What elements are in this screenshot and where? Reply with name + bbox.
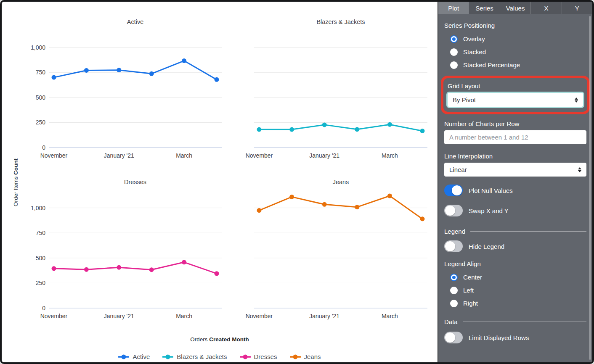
radio-unselected-icon[interactable] [450, 48, 458, 56]
radio-legend-align-center[interactable]: Center [444, 271, 586, 284]
series-positioning-label: Series Positioning [444, 22, 586, 29]
radio-label: Left [463, 287, 474, 294]
x-tick-label: January '21 [104, 152, 134, 159]
section-divider [470, 231, 586, 232]
chart-title-blazers-jackets: Blazers & Jackets [254, 18, 427, 26]
radio-unselected-icon[interactable] [450, 287, 458, 294]
toggle-knob [452, 185, 462, 195]
limit-displayed-rows-toggle[interactable] [444, 332, 463, 343]
charts-per-row-label: Number of Charts per Row [444, 120, 586, 127]
settings-panel: PlotSeriesValuesXY Series Positioning Ov… [438, 2, 592, 362]
swap-x-y-label: Swap X and Y [469, 207, 509, 214]
x-axis-title-field: Created Month [209, 336, 249, 343]
y-axis-label-view: Order Items [13, 177, 19, 206]
y-tick-label: 500 [12, 94, 45, 101]
hide-legend-label: Hide Legend [469, 243, 504, 250]
radio-series-positioning-stacked-percentage[interactable]: Stacked Percentage [444, 58, 586, 71]
x-tick-label: January '21 [309, 313, 339, 319]
plot-null-values-toggle[interactable] [444, 185, 463, 196]
chart-title-active: Active [49, 18, 222, 26]
grid-layout-highlight-annotation: Grid Layout By Pivot [441, 76, 590, 114]
grid-layout-label: Grid Layout [448, 82, 583, 90]
radio-series-positioning-overlay[interactable]: Overlay [444, 32, 586, 45]
legend-marker-icon [118, 354, 129, 359]
radio-label: Overlay [463, 35, 485, 42]
chart-plot-jeans [254, 188, 427, 309]
toggle-row-swap-x-y[interactable]: Swap X and Y [444, 204, 586, 217]
legend-align-group: CenterLeftRight [444, 271, 586, 310]
y-tick-label: 250 [12, 279, 45, 287]
grid-layout-select-value: By Pivot [453, 96, 476, 103]
toggle-row-limit-displayed-rows[interactable]: Limit Displayed Rows [444, 331, 586, 344]
tab-values[interactable]: Values [500, 2, 530, 14]
x-axis-title: Orders Created Month [2, 336, 438, 343]
charts-per-row-input[interactable] [444, 130, 586, 144]
legend-item-blazers-jackets[interactable]: Blazers & Jackets [162, 353, 227, 360]
radio-series-positioning-stacked[interactable]: Stacked [444, 45, 586, 58]
tab-series[interactable]: Series [469, 2, 499, 14]
x-tick-label: March [382, 313, 398, 319]
legend-label: Active [133, 353, 150, 360]
radio-label: Stacked [463, 48, 486, 55]
legend-align-label: Legend Align [444, 260, 586, 267]
toggle-knob [445, 241, 455, 251]
plot-null-values-label: Plot Null Values [469, 187, 513, 194]
y-axis-label: Order Items Count [13, 158, 19, 206]
line-interpolation-select[interactable]: Linear [444, 163, 586, 177]
series-positioning-group: OverlayStackedStacked Percentage [444, 32, 586, 71]
radio-selected-icon[interactable] [450, 35, 458, 43]
app-window: Order Items Count Orders Created Month A… [0, 0, 594, 364]
legend-section-label: Legend [444, 228, 465, 235]
x-tick-label: March [176, 313, 192, 319]
swap-x-y-toggle[interactable] [444, 205, 463, 216]
radio-unselected-icon[interactable] [450, 300, 458, 307]
x-tick-label: January '21 [104, 313, 134, 319]
chart-plot-dresses [49, 188, 222, 309]
legend-item-dresses[interactable]: Dresses [240, 353, 277, 360]
toggle-row-plot-null-values[interactable]: Plot Null Values [444, 184, 586, 197]
limit-displayed-rows-label: Limit Displayed Rows [469, 334, 529, 341]
x-tick-label: March [176, 152, 192, 159]
radio-legend-align-left[interactable]: Left [444, 284, 586, 297]
x-axis-title-view: Orders [190, 336, 207, 343]
toggle-knob [445, 332, 455, 343]
y-axis-label-field: Count [13, 158, 19, 175]
updown-arrows-icon [575, 98, 578, 103]
y-tick-label: 750 [12, 229, 45, 237]
legend-marker-icon [290, 354, 301, 359]
y-tick-label: 750 [12, 69, 45, 76]
radio-label: Stacked Percentage [463, 61, 520, 69]
chart-title-jeans: Jeans [254, 178, 427, 186]
chart-title-dresses: Dresses [49, 178, 222, 186]
legend-item-jeans[interactable]: Jeans [290, 353, 321, 360]
section-divider [463, 322, 586, 322]
line-interpolation-select-value: Linear [449, 166, 467, 173]
x-tick-label: November [246, 152, 273, 159]
tab-x[interactable]: X [530, 2, 561, 14]
radio-label: Right [463, 300, 478, 307]
toggle-row-hide-legend[interactable]: Hide Legend [444, 240, 586, 253]
x-tick-label: November [246, 313, 273, 319]
grid-layout-select[interactable]: By Pivot [448, 93, 583, 107]
panel-tabbar: PlotSeriesValuesXY [438, 2, 592, 14]
tab-y[interactable]: Y [562, 2, 592, 14]
x-tick-label: November [40, 313, 68, 319]
tab-plot[interactable]: Plot [438, 2, 469, 14]
x-tick-label: March [382, 152, 398, 159]
data-section-label: Data [444, 318, 458, 325]
panel-body: Series Positioning OverlayStackedStacked… [438, 14, 592, 344]
legend-marker-icon [162, 354, 173, 359]
x-tick-label: November [40, 152, 68, 159]
radio-unselected-icon[interactable] [450, 61, 458, 69]
updown-arrows-icon [578, 167, 581, 172]
y-tick-label: 1,000 [12, 204, 45, 212]
hide-legend-toggle[interactable] [444, 240, 463, 252]
y-tick-label: 0 [12, 144, 45, 151]
radio-legend-align-right[interactable]: Right [444, 297, 586, 310]
chart-plot-blazers-jackets [254, 28, 427, 148]
legend-item-active[interactable]: Active [118, 353, 150, 360]
radio-selected-icon[interactable] [450, 274, 458, 281]
data-section-header: Data [444, 318, 586, 325]
toggle-knob [445, 206, 455, 216]
legend-label: Blazers & Jackets [177, 353, 227, 360]
